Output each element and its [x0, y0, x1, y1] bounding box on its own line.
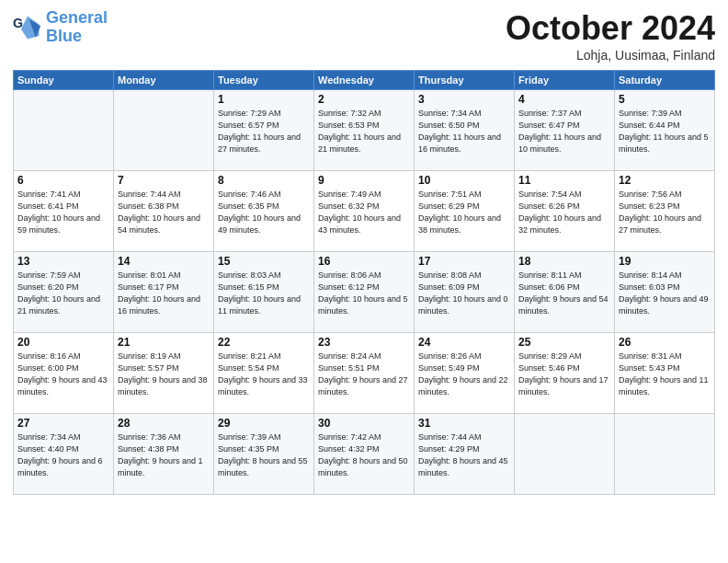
- calendar-cell: 19Sunrise: 8:14 AMSunset: 6:03 PMDayligh…: [615, 252, 715, 333]
- col-tuesday: Tuesday: [214, 71, 314, 90]
- day-number: 1: [218, 93, 310, 106]
- day-number: 23: [318, 336, 410, 349]
- day-number: 12: [619, 174, 711, 187]
- day-number: 30: [318, 417, 410, 430]
- calendar-cell: 16Sunrise: 8:06 AMSunset: 6:12 PMDayligh…: [314, 252, 415, 333]
- calendar-cell: 23Sunrise: 8:24 AMSunset: 5:51 PMDayligh…: [314, 333, 415, 414]
- calendar-cell: 30Sunrise: 7:42 AMSunset: 4:32 PMDayligh…: [314, 414, 415, 495]
- day-info: Sunrise: 8:26 AMSunset: 5:49 PMDaylight:…: [418, 351, 508, 396]
- calendar-cell: 7Sunrise: 7:44 AMSunset: 6:38 PMDaylight…: [114, 171, 214, 252]
- day-number: 11: [518, 174, 610, 187]
- day-number: 25: [518, 336, 610, 349]
- day-number: 28: [118, 417, 210, 430]
- page-container: G General Blue October 2024 Lohja, Uusim…: [0, 0, 728, 563]
- day-info: Sunrise: 7:44 AMSunset: 4:29 PMDaylight:…: [418, 432, 508, 477]
- day-number: 18: [518, 255, 610, 268]
- calendar-cell: 14Sunrise: 8:01 AMSunset: 6:17 PMDayligh…: [114, 252, 214, 333]
- day-number: 7: [118, 174, 210, 187]
- day-info: Sunrise: 8:19 AMSunset: 5:57 PMDaylight:…: [118, 351, 208, 396]
- header-row: Sunday Monday Tuesday Wednesday Thursday…: [14, 71, 715, 90]
- calendar-cell: 9Sunrise: 7:49 AMSunset: 6:32 PMDaylight…: [314, 171, 415, 252]
- col-friday: Friday: [515, 71, 615, 90]
- day-number: 24: [418, 336, 510, 349]
- day-info: Sunrise: 7:56 AMSunset: 6:23 PMDaylight:…: [619, 190, 701, 235]
- calendar-cell: 3Sunrise: 7:34 AMSunset: 6:50 PMDaylight…: [415, 90, 515, 171]
- title-block: October 2024 Lohja, Uusimaa, Finland: [506, 9, 715, 63]
- day-info: Sunrise: 7:36 AMSunset: 4:38 PMDaylight:…: [118, 432, 203, 477]
- day-info: Sunrise: 8:24 AMSunset: 5:51 PMDaylight:…: [318, 351, 408, 396]
- day-number: 5: [619, 93, 711, 106]
- svg-text:G: G: [13, 16, 23, 30]
- calendar-cell: 31Sunrise: 7:44 AMSunset: 4:29 PMDayligh…: [415, 414, 515, 495]
- day-number: 4: [518, 93, 610, 106]
- day-number: 3: [418, 93, 510, 106]
- calendar-cell: 29Sunrise: 7:39 AMSunset: 4:35 PMDayligh…: [214, 414, 314, 495]
- day-info: Sunrise: 8:08 AMSunset: 6:09 PMDaylight:…: [418, 270, 508, 316]
- day-number: 13: [17, 255, 109, 268]
- day-info: Sunrise: 8:31 AMSunset: 5:43 PMDaylight:…: [619, 351, 709, 396]
- day-number: 21: [118, 336, 210, 349]
- calendar-week-3: 13Sunrise: 7:59 AMSunset: 6:20 PMDayligh…: [14, 252, 715, 333]
- day-info: Sunrise: 7:37 AMSunset: 6:47 PMDaylight:…: [518, 109, 601, 154]
- calendar-cell: 17Sunrise: 8:08 AMSunset: 6:09 PMDayligh…: [415, 252, 515, 333]
- logo-icon: G: [13, 13, 42, 42]
- calendar-cell: [14, 90, 114, 171]
- day-info: Sunrise: 7:46 AMSunset: 6:35 PMDaylight:…: [218, 190, 301, 235]
- month-title: October 2024: [506, 9, 715, 48]
- calendar-cell: 6Sunrise: 7:41 AMSunset: 6:41 PMDaylight…: [14, 171, 114, 252]
- calendar-week-2: 6Sunrise: 7:41 AMSunset: 6:41 PMDaylight…: [14, 171, 715, 252]
- calendar-cell: 4Sunrise: 7:37 AMSunset: 6:47 PMDaylight…: [515, 90, 615, 171]
- day-info: Sunrise: 8:01 AMSunset: 6:17 PMDaylight:…: [118, 270, 200, 316]
- day-number: 9: [318, 174, 410, 187]
- col-thursday: Thursday: [415, 71, 515, 90]
- day-info: Sunrise: 8:14 AMSunset: 6:03 PMDaylight:…: [619, 270, 709, 316]
- calendar-week-4: 20Sunrise: 8:16 AMSunset: 6:00 PMDayligh…: [14, 333, 715, 414]
- day-number: 15: [218, 255, 310, 268]
- calendar-cell: [515, 414, 615, 495]
- day-info: Sunrise: 8:06 AMSunset: 6:12 PMDaylight:…: [318, 270, 408, 316]
- day-info: Sunrise: 8:11 AMSunset: 6:06 PMDaylight:…: [518, 270, 609, 316]
- calendar-cell: 8Sunrise: 7:46 AMSunset: 6:35 PMDaylight…: [214, 171, 314, 252]
- day-number: 6: [17, 174, 109, 187]
- day-number: 22: [218, 336, 310, 349]
- col-monday: Monday: [114, 71, 214, 90]
- logo-blue: Blue: [46, 27, 82, 45]
- calendar-cell: 21Sunrise: 8:19 AMSunset: 5:57 PMDayligh…: [114, 333, 214, 414]
- day-number: 20: [17, 336, 109, 349]
- day-info: Sunrise: 7:29 AMSunset: 6:57 PMDaylight:…: [218, 109, 301, 154]
- calendar-cell: 5Sunrise: 7:39 AMSunset: 6:44 PMDaylight…: [615, 90, 715, 171]
- calendar-table: Sunday Monday Tuesday Wednesday Thursday…: [13, 70, 715, 495]
- calendar-cell: 11Sunrise: 7:54 AMSunset: 6:26 PMDayligh…: [515, 171, 615, 252]
- day-info: Sunrise: 7:41 AMSunset: 6:41 PMDaylight:…: [17, 190, 100, 235]
- calendar-cell: 24Sunrise: 8:26 AMSunset: 5:49 PMDayligh…: [415, 333, 515, 414]
- day-number: 31: [418, 417, 510, 430]
- day-number: 27: [17, 417, 109, 430]
- calendar-cell: [615, 414, 715, 495]
- calendar-cell: 13Sunrise: 7:59 AMSunset: 6:20 PMDayligh…: [14, 252, 114, 333]
- day-info: Sunrise: 7:39 AMSunset: 4:35 PMDaylight:…: [218, 432, 308, 477]
- calendar-cell: 2Sunrise: 7:32 AMSunset: 6:53 PMDaylight…: [314, 90, 415, 171]
- calendar-cell: 10Sunrise: 7:51 AMSunset: 6:29 PMDayligh…: [415, 171, 515, 252]
- day-number: 10: [418, 174, 510, 187]
- day-info: Sunrise: 7:59 AMSunset: 6:20 PMDaylight:…: [17, 270, 100, 316]
- day-number: 2: [318, 93, 410, 106]
- day-info: Sunrise: 7:42 AMSunset: 4:32 PMDaylight:…: [318, 432, 408, 477]
- logo-text: General Blue: [46, 9, 108, 46]
- day-info: Sunrise: 7:54 AMSunset: 6:26 PMDaylight:…: [518, 190, 601, 235]
- calendar-cell: 12Sunrise: 7:56 AMSunset: 6:23 PMDayligh…: [615, 171, 715, 252]
- header: G General Blue October 2024 Lohja, Uusim…: [13, 9, 715, 63]
- day-info: Sunrise: 7:34 AMSunset: 6:50 PMDaylight:…: [418, 109, 501, 154]
- calendar-cell: 1Sunrise: 7:29 AMSunset: 6:57 PMDaylight…: [214, 90, 314, 171]
- day-number: 16: [318, 255, 410, 268]
- day-number: 26: [619, 336, 711, 349]
- day-number: 29: [218, 417, 310, 430]
- day-number: 17: [418, 255, 510, 268]
- day-info: Sunrise: 8:29 AMSunset: 5:46 PMDaylight:…: [518, 351, 609, 396]
- calendar-cell: 28Sunrise: 7:36 AMSunset: 4:38 PMDayligh…: [114, 414, 214, 495]
- calendar-week-1: 1Sunrise: 7:29 AMSunset: 6:57 PMDaylight…: [14, 90, 715, 171]
- calendar-week-5: 27Sunrise: 7:34 AMSunset: 4:40 PMDayligh…: [14, 414, 715, 495]
- day-info: Sunrise: 7:34 AMSunset: 4:40 PMDaylight:…: [17, 432, 103, 477]
- day-info: Sunrise: 8:16 AMSunset: 6:00 PMDaylight:…: [17, 351, 108, 396]
- col-sunday: Sunday: [14, 71, 114, 90]
- day-info: Sunrise: 7:51 AMSunset: 6:29 PMDaylight:…: [418, 190, 501, 235]
